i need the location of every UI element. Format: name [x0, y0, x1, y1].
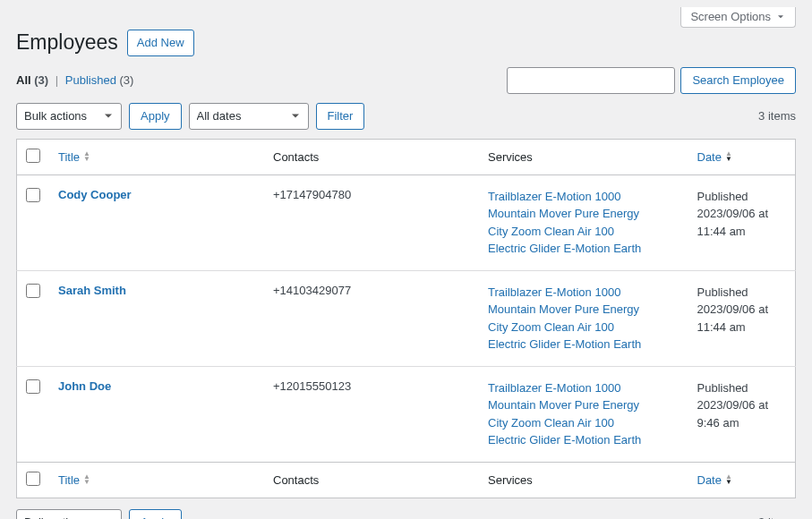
employees-table: Title ▲▼ Contacts Services Date ▲▼ Cody … — [16, 139, 796, 498]
table-row: John Doe+12015550123Trailblazer E-Motion… — [17, 366, 796, 462]
date-filter-select[interactable]: All dates — [189, 103, 309, 130]
search-input[interactable] — [507, 67, 675, 94]
sort-icon: ▲▼ — [83, 151, 90, 162]
row-contacts: +14103429077 — [264, 270, 479, 366]
bulk-actions-select-bottom[interactable]: Bulk actions — [16, 509, 122, 520]
filter-button[interactable]: Filter — [316, 103, 365, 130]
view-published[interactable]: Published (3) — [65, 73, 134, 87]
service-link[interactable]: Trailblazer E-Motion 1000 — [488, 379, 680, 397]
col-contacts: Contacts — [264, 139, 479, 174]
row-date: Published2023/09/06 at 11:44 am — [688, 174, 796, 270]
service-link[interactable]: Mountain Mover Pure Energy — [488, 301, 680, 319]
service-link[interactable]: Electric Glider E-Motion Earth — [488, 240, 680, 258]
items-count-bottom: 3 items — [758, 515, 796, 519]
row-date: Published2023/09/06 at 11:44 am — [688, 270, 796, 366]
row-title-link[interactable]: John Doe — [58, 379, 111, 393]
service-link[interactable]: Electric Glider E-Motion Earth — [488, 431, 680, 449]
service-link[interactable]: Trailblazer E-Motion 1000 — [488, 284, 680, 302]
items-count-top: 3 items — [758, 109, 796, 123]
view-filters: All (3) | Published (3) — [16, 73, 133, 87]
view-all[interactable]: All (3) — [16, 73, 48, 87]
chevron-down-icon — [775, 12, 786, 22]
col-title-sort-foot[interactable]: Title ▲▼ — [58, 473, 90, 487]
bulk-actions-select[interactable]: Bulk actions — [16, 103, 122, 130]
row-checkbox[interactable] — [26, 379, 40, 394]
table-row: Cody Cooper+17147904780Trailblazer E-Mot… — [17, 174, 796, 270]
search-button[interactable]: Search Employee — [680, 67, 796, 94]
screen-options-button[interactable]: Screen Options — [680, 7, 796, 28]
apply-bulk-button-bottom[interactable]: Apply — [129, 509, 182, 520]
page-title: Employees — [16, 30, 118, 55]
service-link[interactable]: Mountain Mover Pure Energy — [488, 205, 680, 223]
service-link[interactable]: Electric Glider E-Motion Earth — [488, 336, 680, 353]
sort-icon: ▲▼ — [725, 151, 732, 162]
col-date-sort[interactable]: Date ▲▼ — [697, 150, 732, 164]
col-title-sort[interactable]: Title ▲▼ — [58, 150, 90, 164]
row-date: Published2023/09/06 at 9:46 am — [688, 366, 796, 462]
col-services: Services — [479, 139, 688, 174]
table-row: Sarah Smith+14103429077Trailblazer E-Mot… — [17, 270, 796, 366]
service-link[interactable]: City Zoom Clean Air 100 — [488, 319, 680, 336]
screen-options-label: Screen Options — [690, 10, 771, 23]
row-contacts: +12015550123 — [264, 366, 479, 462]
apply-bulk-button[interactable]: Apply — [129, 103, 182, 130]
col-contacts-foot: Contacts — [264, 462, 479, 498]
row-services: Trailblazer E-Motion 1000Mountain Mover … — [479, 366, 688, 462]
row-services: Trailblazer E-Motion 1000Mountain Mover … — [479, 174, 688, 270]
row-title-link[interactable]: Cody Cooper — [58, 188, 132, 201]
row-title-link[interactable]: Sarah Smith — [58, 284, 126, 297]
row-checkbox[interactable] — [26, 284, 40, 298]
service-link[interactable]: Mountain Mover Pure Energy — [488, 396, 680, 414]
select-all-bottom[interactable] — [26, 472, 40, 486]
service-link[interactable]: City Zoom Clean Air 100 — [488, 414, 680, 432]
service-link[interactable]: Trailblazer E-Motion 1000 — [488, 188, 680, 206]
sort-icon: ▲▼ — [725, 474, 732, 485]
col-services-foot: Services — [479, 462, 688, 498]
row-checkbox[interactable] — [26, 188, 40, 202]
sort-icon: ▲▼ — [83, 474, 90, 485]
select-all-top[interactable] — [26, 149, 40, 163]
row-services: Trailblazer E-Motion 1000Mountain Mover … — [479, 270, 688, 366]
row-contacts: +17147904780 — [264, 174, 479, 270]
add-new-button[interactable]: Add New — [127, 30, 194, 56]
col-date-sort-foot[interactable]: Date ▲▼ — [697, 473, 732, 487]
service-link[interactable]: City Zoom Clean Air 100 — [488, 223, 680, 241]
